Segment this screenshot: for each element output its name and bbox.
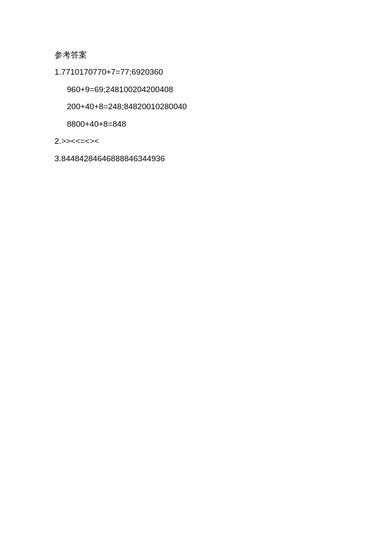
answer-1-line-2: 960+9=69;248100204200408 (55, 85, 392, 93)
answer-1-line-1: 1.7710170770+7=77;6920360 (55, 68, 392, 76)
answer-2: 2.>><<=<>< (55, 137, 392, 145)
answer-3: 3.84484284646888846344936 (55, 154, 392, 163)
answer-key-title: 参考答案 (55, 51, 392, 59)
answer-1-line-3: 200+40+8=248;84820010280040 (55, 102, 392, 110)
answer-1-line-4: 8800+40+8=848 (55, 120, 392, 128)
